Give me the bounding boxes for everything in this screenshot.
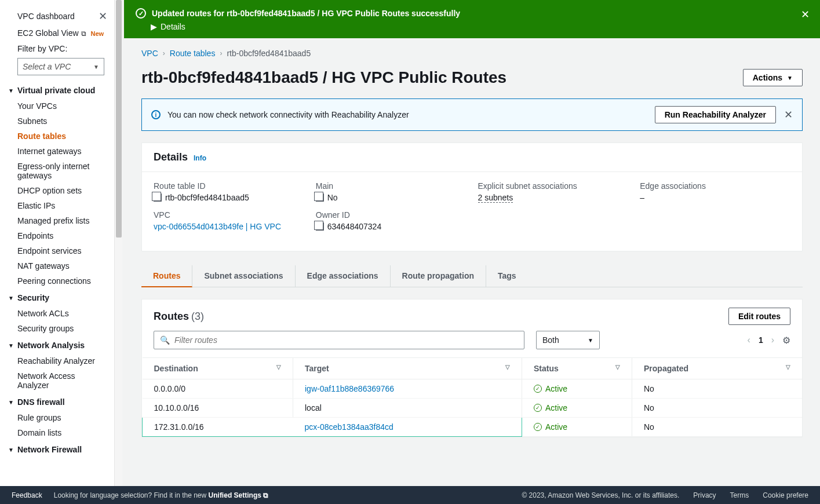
tab-route-propagation[interactable]: Route propagation [391,265,486,287]
vpc-label: VPC [154,210,304,220]
next-page-button[interactable]: › [771,335,774,345]
run-reachability-analyzer-button[interactable]: Run Reachability Analyzer [655,106,776,123]
tab-routes[interactable]: Routes [141,265,192,287]
copy-icon[interactable] [154,193,162,202]
subnet-assoc-label: Explicit subnet associations [478,181,629,191]
filter-routes-input[interactable]: 🔍 [154,331,524,349]
routes-table: Destination▽ Target▽ Status▽ Propagated▽… [142,357,802,437]
filter-vpc-select[interactable]: Select a VPC▼ [17,58,104,75]
close-icon[interactable]: ✕ [801,8,810,21]
filter-routes-field[interactable] [174,335,518,345]
breadcrumb-vpc[interactable]: VPC [141,49,158,58]
main-label: Main [316,181,467,191]
sidebar-item-security-groups[interactable]: Security groups [0,321,115,336]
success-check-icon: ✓ [136,8,146,19]
edit-routes-button[interactable]: Edit routes [728,308,790,325]
sidebar-item-managed-prefix-lists[interactable]: Managed prefix lists [0,213,115,228]
table-row[interactable]: 172.31.0.0/16 pcx-08ceb1384aa3f84cd ✓Act… [143,418,803,437]
sort-icon: ▽ [786,364,790,370]
tab-tags[interactable]: Tags [486,265,528,287]
table-row[interactable]: 0.0.0.0/0 igw-0af11b88e86369766 ✓Active … [143,379,803,399]
sidebar-item-ec2-global-view[interactable]: EC2 Global View⧉ New [0,25,115,41]
sidebar-item-peering-connections[interactable]: Peering connections [0,273,115,288]
gear-icon[interactable]: ⚙ [782,335,790,346]
sidebar-item-internet-gateways[interactable]: Internet gateways [0,144,115,159]
sidebar-item-egress-only-gateways[interactable]: Egress-only internet gateways [0,159,115,183]
sidebar-item-vpc-dashboard[interactable]: VPC dashboard [17,12,75,21]
prev-page-button[interactable]: ‹ [748,335,750,345]
cookie-preferences-link[interactable]: Cookie prefere [763,491,808,499]
sidebar-scrollbar[interactable] [114,0,122,486]
sidebar-item-dhcp-option-sets[interactable]: DHCP option sets [0,183,115,198]
chevron-down-icon: ▼ [588,337,593,344]
chevron-down-icon: ▼ [93,64,99,70]
sidebar-item-domain-lists[interactable]: Domain lists [0,425,115,440]
chevron-right-icon: › [220,49,222,57]
success-check-icon: ✓ [534,385,542,393]
tab-edge-associations[interactable]: Edge associations [296,265,391,287]
search-icon: 🔍 [160,335,170,345]
sidebar-item-endpoint-services[interactable]: Endpoint services [0,243,115,258]
breadcrumb-route-tables[interactable]: Route tables [170,49,216,58]
tab-subnet-associations[interactable]: Subnet associations [192,265,295,287]
sidebar-item-network-access-analyzer[interactable]: Network Access Analyzer [0,368,115,393]
subnet-assoc-link[interactable]: 2 subnets [478,193,513,203]
cell-target-link[interactable]: igw-0af11b88e86369766 [305,384,394,393]
routes-panel: Routes (3) Edit routes 🔍 Both▼ ‹ 1 › ⚙ [141,299,803,437]
edge-assoc-label: Edge associations [640,181,790,191]
cell-target-link[interactable]: pcx-08ceb1384aa3f84cd [305,422,393,432]
sidebar-section-network-firewall[interactable]: ▼Network Firewall [0,440,115,458]
close-icon[interactable]: ✕ [784,108,793,121]
cell-propagated: No [632,418,803,437]
col-status[interactable]: Status▽ [522,358,632,379]
actions-button[interactable]: Actions▼ [743,69,803,86]
external-link-icon: ⧉ [263,491,268,499]
propagated-filter-select[interactable]: Both▼ [536,331,600,349]
sidebar-item-elastic-ips[interactable]: Elastic IPs [0,198,115,213]
sidebar-section-vpc[interactable]: ▼Virtual private cloud [0,81,115,98]
sidebar-item-network-acls[interactable]: Network ACLs [0,306,115,321]
vpc-link[interactable]: vpc-0d66554d0413b49fe | HG VPC [154,222,281,231]
flash-details-toggle[interactable]: ▶ Details [136,22,808,31]
sidebar-item-rule-groups[interactable]: Rule groups [0,410,115,425]
copy-icon[interactable] [316,222,324,231]
cell-target: local [293,399,522,418]
privacy-link[interactable]: Privacy [693,491,716,499]
flash-message: Updated routes for rtb-0bcf9fed4841baad5… [152,9,460,18]
breadcrumb: VPC › Route tables › rtb-0bcf9fed4841baa… [141,49,803,58]
info-link[interactable]: Info [194,154,206,162]
unified-settings-link[interactable]: Unified Settings ⧉ [209,491,269,499]
sidebar-item-endpoints[interactable]: Endpoints [0,228,115,243]
terms-link[interactable]: Terms [730,491,749,499]
owner-id-value: 634648407324 [327,222,381,231]
sidebar-item-your-vpcs[interactable]: Your VPCs [0,98,115,114]
sidebar-section-dns-firewall[interactable]: ▼DNS firewall [0,393,115,410]
sidebar-section-security[interactable]: ▼Security [0,288,115,306]
copy-icon[interactable] [316,193,324,202]
new-badge: New [90,30,104,37]
sidebar-section-network-analysis[interactable]: ▼Network Analysis [0,336,115,353]
sidebar-item-nat-gateways[interactable]: NAT gateways [0,258,115,273]
col-target[interactable]: Target▽ [293,358,522,379]
close-icon[interactable]: ✕ [99,10,107,23]
table-row[interactable]: 10.10.0.0/16 local ✓Active No [143,399,803,418]
footer: Feedback Looking for language selection?… [0,486,820,504]
status-badge: ✓Active [534,384,620,393]
details-panel: Details Info Route table ID rtb-0bcf9fed… [141,143,803,251]
col-destination[interactable]: Destination▽ [143,358,293,379]
cell-destination: 10.10.0.0/16 [143,399,293,418]
sidebar-item-reachability-analyzer[interactable]: Reachability Analyzer [0,353,115,368]
sidebar-item-route-tables[interactable]: Route tables [0,129,115,144]
caret-down-icon: ▼ [8,447,14,453]
routes-count: (3) [191,311,204,322]
cell-propagated: No [632,379,803,399]
owner-id-label: Owner ID [316,210,467,220]
col-propagated[interactable]: Propagated▽ [632,358,803,379]
caret-down-icon: ▼ [8,342,14,349]
sidebar-item-subnets[interactable]: Subnets [0,114,115,129]
sort-icon: ▽ [505,364,510,370]
caret-down-icon: ▼ [8,87,14,94]
footer-lang-prompt: Looking for language selection? Find it … [54,491,269,499]
feedback-link[interactable]: Feedback [12,491,42,499]
main-content: ✓ Updated routes for rtb-0bcf9fed4841baa… [124,0,820,486]
